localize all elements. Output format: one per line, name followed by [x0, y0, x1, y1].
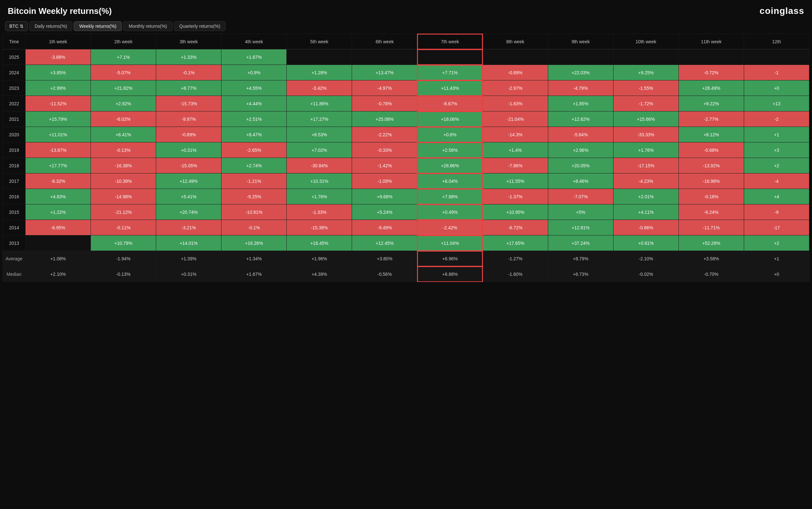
data-cell: -11.52% — [26, 96, 91, 111]
data-cell: +8.47% — [221, 127, 287, 142]
table-row: 2017-8.32%-10.39%+12.49%-1.21%+10.31%-1.… — [3, 173, 809, 189]
data-cell: +2.92% — [91, 96, 156, 111]
data-cell: -0.18% — [679, 189, 744, 204]
data-cell: -3.88% — [26, 49, 91, 65]
tab-monthly[interactable]: Monthly returns(%) — [123, 21, 172, 31]
data-cell: -7.86% — [482, 158, 548, 173]
data-cell: +20.05% — [548, 158, 613, 173]
data-cell: -1.55% — [613, 80, 679, 96]
median-cell: -0.13% — [91, 266, 156, 282]
data-cell: +15.66% — [613, 111, 679, 127]
data-cell: +17.65% — [482, 235, 548, 251]
data-cell: +37.24% — [548, 235, 613, 251]
col-header-time: Time — [3, 34, 26, 49]
data-cell: +5.24% — [352, 204, 417, 220]
col-header-w6: 6th week — [352, 34, 417, 49]
data-cell: +8.77% — [156, 80, 221, 96]
data-cell: +7.1% — [91, 49, 156, 65]
median-cell: -0.56% — [352, 266, 417, 282]
table-row: 2021+15.79%-6.02%-9.97%+2.51%+17.27%+25.… — [3, 111, 809, 127]
data-cell: +0.9% — [221, 65, 287, 80]
data-cell: -2.65% — [221, 142, 287, 158]
median-cell: +0 — [744, 266, 809, 282]
table-row: 2022-11.52%+2.92%-15.73%+4.44%+11.86%-0.… — [3, 96, 809, 111]
median-cell: -0.70% — [679, 266, 744, 282]
btc-selector[interactable]: BTC ⇅ — [5, 21, 28, 31]
data-cell: +11.86% — [287, 96, 352, 111]
average-cell: +3.80% — [352, 251, 417, 266]
data-cell: -1.72% — [613, 96, 679, 111]
brand-logo: coinglass — [760, 6, 804, 16]
data-cell: -2.42% — [417, 220, 482, 235]
data-cell: +3.85% — [26, 65, 91, 80]
tab-quarterly[interactable]: Quarterly returns(%) — [174, 21, 226, 31]
col-header-w9: 9th week — [548, 34, 613, 49]
year-cell: 2023 — [3, 80, 26, 96]
data-cell: -9.97% — [156, 111, 221, 127]
data-cell — [417, 49, 482, 65]
data-cell: +8.53% — [287, 127, 352, 142]
table-row: 2020+11.01%+6.41%-0.89%+8.47%+8.53%-2.22… — [3, 127, 809, 142]
data-cell: -15.38% — [287, 220, 352, 235]
data-cell: +2.01% — [613, 189, 679, 204]
data-cell: -1 — [744, 65, 809, 80]
data-cell: -3.21% — [156, 220, 221, 235]
data-cell: -1.37% — [482, 189, 548, 204]
data-cell: +2 — [744, 235, 809, 251]
year-cell: 2015 — [3, 204, 26, 220]
data-cell: -0.89% — [156, 127, 221, 142]
median-cell: +6.73% — [548, 266, 613, 282]
average-label: Average — [3, 251, 26, 266]
tab-weekly[interactable]: Weekly returns(%) — [74, 21, 122, 31]
data-cell: -0.33% — [352, 142, 417, 158]
data-cell: +12.49% — [156, 173, 221, 189]
average-cell: +1.39% — [156, 251, 221, 266]
data-cell — [287, 49, 352, 65]
data-cell: +13 — [744, 96, 809, 111]
toolbar: BTC ⇅ Daily returns(%) Weekly returns(%)… — [0, 20, 812, 34]
year-cell: 2014 — [3, 220, 26, 235]
year-cell: 2024 — [3, 65, 26, 80]
data-cell: -2 — [744, 111, 809, 127]
data-cell: -4.23% — [613, 173, 679, 189]
data-cell: -21.04% — [482, 111, 548, 127]
data-cell: +7.88% — [417, 189, 482, 204]
data-cell: +3 — [744, 142, 809, 158]
data-cell: -2.77% — [679, 111, 744, 127]
data-cell: +16.26% — [221, 235, 287, 251]
data-cell: +1.33% — [156, 49, 221, 65]
table-row: 2024+3.85%-5.07%-0.1%+0.9%+1.28%+13.47%+… — [3, 65, 809, 80]
data-cell: -5.64% — [548, 127, 613, 142]
data-cell — [482, 49, 548, 65]
year-cell: 2016 — [3, 189, 26, 204]
tab-daily[interactable]: Daily returns(%) — [29, 21, 72, 31]
data-cell: -17.15% — [613, 158, 679, 173]
data-cell — [744, 49, 809, 65]
average-cell: -1.27% — [482, 251, 548, 266]
col-header-w4: 4th week — [221, 34, 287, 49]
data-cell: -9 — [744, 204, 809, 220]
data-cell: -5.07% — [91, 65, 156, 80]
data-cell: -6.02% — [91, 111, 156, 127]
data-cell: +2 — [744, 158, 809, 173]
data-cell: -21.12% — [91, 204, 156, 220]
data-cell: +0.6% — [417, 127, 482, 142]
data-cell: -4.79% — [548, 80, 613, 96]
data-cell: -0.11% — [91, 220, 156, 235]
data-cell: +9.22% — [679, 96, 744, 111]
year-cell: 2019 — [3, 142, 26, 158]
data-cell: -16.38% — [91, 158, 156, 173]
data-cell: -0.69% — [482, 65, 548, 80]
year-cell: 2018 — [3, 158, 26, 173]
data-cell: -15.73% — [156, 96, 221, 111]
data-cell: +1.28% — [287, 65, 352, 80]
data-cell: +11.43% — [417, 80, 482, 96]
table-header-row: Time 1th week 2th week 3th week 4th week… — [3, 34, 809, 49]
data-cell: +10.79% — [91, 235, 156, 251]
data-cell: -13.87% — [26, 142, 91, 158]
data-cell: -30.84% — [287, 158, 352, 173]
data-cell: -6.72% — [482, 220, 548, 235]
median-cell: +1.67% — [221, 266, 287, 282]
year-cell: 2020 — [3, 127, 26, 142]
data-cell: +10.95% — [482, 204, 548, 220]
